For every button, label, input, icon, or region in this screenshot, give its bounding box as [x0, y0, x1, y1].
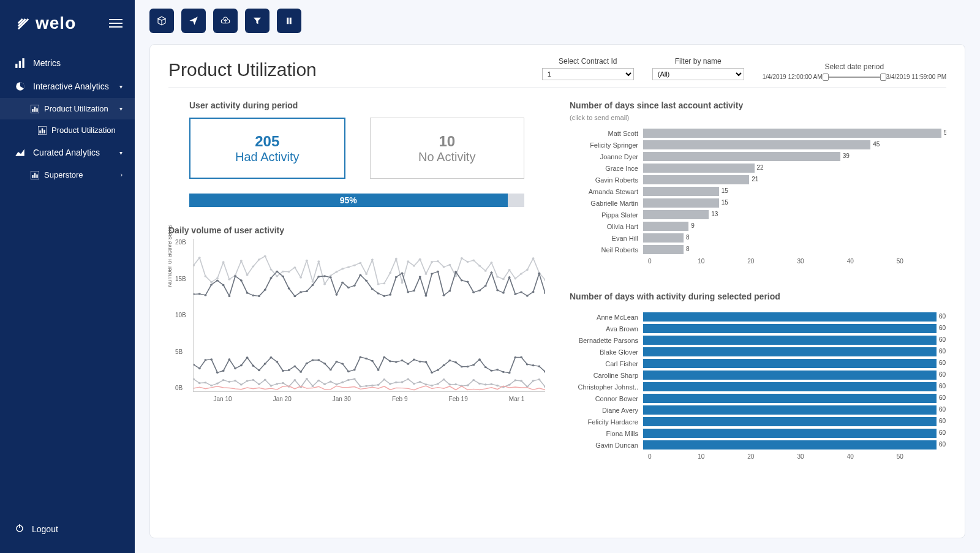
- bar-row[interactable]: Carl Fisher60: [570, 358, 946, 369]
- kpi-label: Had Activity: [235, 150, 299, 164]
- svg-point-145: [222, 370, 225, 372]
- svg-point-205: [222, 379, 225, 381]
- name-select[interactable]: (All): [652, 68, 744, 80]
- inactive-days-chart[interactable]: Matt Scott59Felicity Springer45Joanne Dy…: [570, 127, 946, 255]
- svg-point-146: [228, 358, 230, 360]
- bar-row[interactable]: Gabrielle Martin15: [570, 197, 946, 209]
- svg-point-238: [419, 381, 421, 383]
- svg-point-72: [502, 278, 505, 280]
- svg-point-198: [538, 366, 540, 367]
- svg-point-81: [198, 293, 201, 295]
- bar-row[interactable]: Pippa Slater13: [570, 209, 946, 220]
- filter-icon: [252, 15, 263, 26]
- svg-point-56: [407, 260, 409, 262]
- svg-point-141: [198, 367, 201, 369]
- brand-logo: welo: [15, 13, 76, 33]
- active-days-title: Number of days with activity during sele…: [570, 292, 946, 301]
- svg-point-55: [401, 282, 404, 284]
- bar-row[interactable]: Christopher Johnst..60: [570, 381, 946, 393]
- bar-row[interactable]: Grace Ince22: [570, 162, 946, 174]
- svg-point-31: [258, 258, 260, 260]
- svg-point-65: [461, 257, 463, 259]
- svg-point-22: [204, 275, 206, 277]
- filter-bar: Select Contract Id 1 Filter by name (All…: [542, 57, 946, 80]
- bar-row[interactable]: Amanda Stewart15: [570, 186, 946, 197]
- svg-rect-6: [34, 107, 36, 111]
- svg-point-128: [478, 290, 481, 292]
- sidebar-item-interactive-analytics[interactable]: Interactive Analytics ▾: [0, 75, 135, 98]
- svg-point-173: [389, 360, 391, 362]
- logout-button[interactable]: Logout: [0, 511, 135, 553]
- bar-value: 60: [939, 325, 946, 331]
- toolbar-filter-button[interactable]: [245, 9, 270, 33]
- bar-row[interactable]: Fiona Mills60: [570, 427, 946, 439]
- bar-name: Carl Fisher: [570, 360, 643, 367]
- svg-point-151: [258, 369, 260, 371]
- svg-point-187: [472, 364, 475, 366]
- svg-point-111: [377, 292, 380, 294]
- sidebar-item-product-utilization-child[interactable]: Product Utilization: [0, 119, 135, 141]
- svg-point-32: [264, 255, 266, 257]
- svg-point-125: [461, 279, 463, 281]
- sidebar-item-superstore[interactable]: Superstore ›: [0, 164, 135, 186]
- chevron-right-icon: ›: [121, 171, 123, 178]
- sidebar-toggle-button[interactable]: [109, 19, 123, 28]
- bar-row[interactable]: Blake Glover60: [570, 346, 946, 358]
- bar-name: Gabrielle Martin: [570, 200, 643, 207]
- bar-value: 9: [691, 222, 695, 229]
- svg-point-85: [222, 284, 225, 286]
- svg-point-73: [508, 269, 511, 271]
- bar-row[interactable]: Felicity Springer45: [570, 139, 946, 151]
- date-range-slider[interactable]: 1/4/2019 12:00:00 AM 3/4/2019 11:59:00 P…: [763, 73, 946, 80]
- bar-row[interactable]: Matt Scott59: [570, 127, 946, 139]
- daily-volume-chart[interactable]: Number of active seats 20B15B10B5B0B: [193, 239, 545, 392]
- bar-value: 13: [711, 211, 718, 217]
- svg-point-94: [276, 271, 278, 273]
- kpi-no-activity[interactable]: 10 No Activity: [370, 118, 525, 179]
- svg-point-52: [383, 282, 385, 284]
- bar-row[interactable]: Anne McLean60: [570, 311, 946, 323]
- svg-point-209: [246, 380, 249, 382]
- bar-row[interactable]: Connor Bower60: [570, 393, 946, 404]
- page-title: Product Utilization: [168, 59, 518, 80]
- contract-select[interactable]: 1: [542, 68, 634, 80]
- bar-row[interactable]: Gavin Duncan60: [570, 439, 946, 451]
- bar-row[interactable]: Joanne Dyer39: [570, 151, 946, 162]
- bar-row[interactable]: Caroline Sharp60: [570, 369, 946, 381]
- bar-row[interactable]: Ava Brown60: [570, 323, 946, 334]
- active-days-chart[interactable]: Anne McLean60Ava Brown60Bernadette Parso…: [570, 311, 946, 451]
- toolbar-send-button[interactable]: [181, 9, 206, 33]
- svg-rect-9: [39, 130, 40, 134]
- bar-row[interactable]: Gavin Roberts21: [570, 174, 946, 186]
- svg-point-108: [359, 274, 361, 276]
- send-icon: [188, 15, 199, 26]
- sidebar-item-curated-analytics[interactable]: Curated Analytics ▾: [0, 141, 135, 164]
- bar-name: Neil Roberts: [570, 246, 643, 254]
- svg-point-41: [317, 260, 320, 262]
- bar-value: 60: [939, 359, 946, 366]
- toolbar-cube-button[interactable]: [149, 9, 174, 33]
- bar-row[interactable]: Bernadette Parsons60: [570, 334, 946, 346]
- kpi-had-activity[interactable]: 205 Had Activity: [189, 118, 345, 179]
- toolbar-columns-button[interactable]: [277, 9, 301, 33]
- bar-row[interactable]: Diane Avery60: [570, 404, 946, 416]
- svg-point-169: [365, 358, 368, 359]
- sidebar-item-product-utilization[interactable]: Product Utilization ▾: [0, 98, 135, 119]
- bar-row[interactable]: Neil Roberts8: [570, 244, 946, 255]
- bar-value: 8: [686, 234, 690, 241]
- bar-value: 39: [843, 152, 850, 159]
- sidebar-item-metrics[interactable]: Metrics: [0, 51, 135, 75]
- bar-row[interactable]: Evan Hill8: [570, 232, 946, 244]
- toolbar-cloud-upload-button[interactable]: [213, 9, 238, 33]
- svg-point-137: [532, 291, 535, 293]
- bar-row[interactable]: Felicity Hardacre60: [570, 416, 946, 427]
- svg-point-83: [210, 284, 213, 285]
- svg-point-101: [317, 276, 320, 277]
- svg-point-80: [194, 293, 195, 295]
- bar-row[interactable]: Olivia Hart9: [570, 220, 946, 232]
- activity-progress: 95%: [189, 194, 524, 207]
- svg-point-174: [395, 361, 398, 363]
- svg-point-49: [365, 273, 368, 275]
- svg-point-60: [431, 261, 433, 263]
- svg-point-93: [270, 277, 272, 279]
